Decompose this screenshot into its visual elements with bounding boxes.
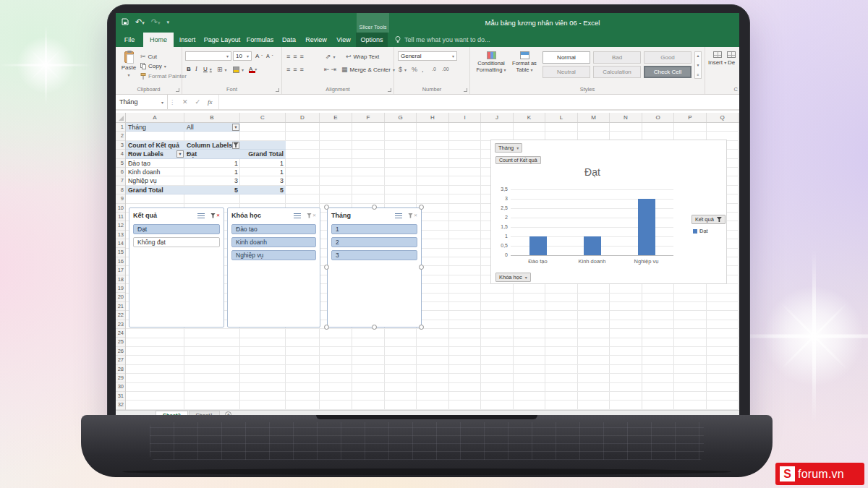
row-header-9[interactable]: 9 bbox=[116, 194, 125, 203]
slicer-item-kh-ng-t[interactable]: Không đạt bbox=[133, 237, 220, 247]
pivot-cell-r6c1[interactable]: 1 bbox=[184, 168, 240, 176]
row-header-4[interactable]: 4 bbox=[116, 150, 125, 158]
save-icon[interactable] bbox=[122, 18, 129, 27]
name-box[interactable]: Tháng▾ bbox=[116, 95, 168, 109]
selection-handle[interactable] bbox=[419, 325, 424, 330]
row-header-30[interactable]: 30 bbox=[116, 382, 125, 391]
cells-area[interactable]: ThángAll▼Count of Kết quảColumn LabelsRo… bbox=[126, 123, 739, 410]
styles-gallery-scroll[interactable]: ▲▼≡ bbox=[694, 51, 702, 79]
selection-handle[interactable] bbox=[419, 265, 424, 270]
column-header-E[interactable]: E bbox=[320, 113, 352, 122]
pivot-cell-r3c2[interactable] bbox=[240, 141, 286, 150]
orientation-button[interactable]: ⇗▾ bbox=[326, 53, 336, 60]
pivot-cell-r5c2[interactable]: 1 bbox=[240, 159, 286, 168]
row-header-5[interactable]: 5 bbox=[116, 159, 125, 168]
selection-handle[interactable] bbox=[324, 205, 329, 210]
delete-cells-button[interactable]: De bbox=[727, 51, 736, 66]
pivot-cell-r1c1[interactable]: All▼ bbox=[184, 123, 240, 132]
pivot-cell-r7c1[interactable]: 3 bbox=[184, 176, 240, 185]
decrease-decimal-button[interactable]: .00 bbox=[442, 67, 449, 72]
redo-icon[interactable]: ↷▾ bbox=[151, 17, 161, 27]
increase-decimal-button[interactable]: .0 bbox=[432, 67, 436, 72]
selection-handle[interactable] bbox=[372, 325, 377, 330]
row-header-2[interactable]: 2 bbox=[116, 132, 125, 140]
pivot-cell-r8c0[interactable]: Grand Total bbox=[126, 186, 184, 194]
align-top-icons[interactable]: ≡≡≡ bbox=[286, 53, 307, 60]
row-header-14[interactable]: 14 bbox=[116, 239, 125, 248]
pivot-cell-r6c2[interactable]: 1 bbox=[240, 168, 286, 176]
slicer-item-1[interactable]: 1 bbox=[331, 224, 417, 234]
column-header-J[interactable]: J bbox=[481, 113, 514, 122]
chart-legend-button-ketqua[interactable]: Kết quả bbox=[692, 215, 726, 224]
tab-insert[interactable]: Insert bbox=[174, 33, 201, 47]
align-bottom-icons[interactable]: ≡≡≡ bbox=[286, 66, 307, 73]
column-header-Q[interactable]: Q bbox=[707, 113, 739, 122]
enter-icon[interactable]: ✓ bbox=[195, 98, 201, 106]
row-header-8[interactable]: 8 bbox=[116, 186, 125, 194]
selection-handle[interactable] bbox=[324, 325, 329, 330]
row-header-26[interactable]: 26 bbox=[116, 347, 125, 356]
undo-icon[interactable]: ↶▾ bbox=[135, 17, 145, 27]
row-header-27[interactable]: 27 bbox=[116, 356, 125, 364]
row-header-15[interactable]: 15 bbox=[116, 248, 125, 257]
pivot-cell-r7c2[interactable]: 3 bbox=[240, 176, 286, 185]
cut-button[interactable]: ✂Cut bbox=[140, 53, 157, 60]
clear-filter-icon[interactable]: ✕ bbox=[307, 213, 316, 218]
column-header-G[interactable]: G bbox=[385, 113, 417, 122]
pivot-cell-r8c2[interactable]: 5 bbox=[240, 186, 286, 194]
clear-filter-icon[interactable]: ✕ bbox=[210, 213, 220, 218]
pivot-cell-r4c1[interactable]: Đạt bbox=[184, 150, 240, 158]
pivot-cell-r4c2[interactable]: Grand Total bbox=[240, 150, 286, 158]
format-painter-button[interactable]: Format Painter bbox=[140, 73, 187, 80]
slicer-th-ng[interactable]: Tháng✕123 bbox=[327, 207, 422, 328]
pivot-cell-r7c0[interactable]: Nghiệp vụ bbox=[126, 176, 184, 185]
currency-button[interactable]: $▾ bbox=[399, 66, 407, 73]
filter-applied-icon[interactable] bbox=[232, 142, 239, 149]
select-all-corner[interactable] bbox=[116, 113, 126, 122]
slicer-item--o-t-o[interactable]: Đào tạo bbox=[231, 224, 316, 234]
column-header-A[interactable]: A bbox=[126, 113, 184, 122]
pivot-chart[interactable]: Tháng▾Count of Kết quảĐạt00,511,522,533,… bbox=[490, 140, 727, 284]
merge-center-button[interactable]: ▦Merge & Center▾ bbox=[341, 66, 395, 73]
row-header-32[interactable]: 32 bbox=[116, 401, 125, 409]
style-chip-normal[interactable]: Normal bbox=[542, 51, 590, 64]
chart-axis-button-khoahoc[interactable]: Khóa học▾ bbox=[495, 273, 531, 282]
chart-filter-button-thang[interactable]: Tháng▾ bbox=[495, 143, 522, 153]
selection-handle[interactable] bbox=[372, 205, 377, 210]
number-dialog-launcher[interactable] bbox=[464, 88, 467, 92]
column-header-O[interactable]: O bbox=[642, 113, 674, 122]
tell-me-box[interactable]: Tell me what you want to do... bbox=[395, 33, 490, 47]
row-header-21[interactable]: 21 bbox=[116, 302, 125, 311]
chart-values-button[interactable]: Count of Kết quả bbox=[495, 156, 541, 164]
row-header-18[interactable]: 18 bbox=[116, 275, 125, 284]
column-header-L[interactable]: L bbox=[545, 113, 578, 122]
row-header-13[interactable]: 13 bbox=[116, 231, 125, 239]
paste-button[interactable]: Paste▾ bbox=[119, 51, 138, 83]
tab-review[interactable]: Review bbox=[301, 33, 331, 47]
format-as-table-button[interactable]: Format as Table ▾ bbox=[510, 51, 539, 73]
conditional-formatting-button[interactable]: Conditional Formatting ▾ bbox=[472, 51, 510, 73]
pivot-cell-r1c0[interactable]: Tháng bbox=[126, 123, 184, 132]
selection-handle[interactable] bbox=[419, 205, 424, 210]
column-header-I[interactable]: I bbox=[449, 113, 481, 122]
dropdown-icon[interactable]: ▼ bbox=[232, 124, 239, 131]
tab-file[interactable]: File bbox=[116, 33, 143, 47]
row-header-12[interactable]: 12 bbox=[116, 221, 125, 230]
pivot-cell-r5c0[interactable]: Đào tạo bbox=[126, 159, 184, 168]
font-size-combo[interactable]: 10▾ bbox=[233, 51, 252, 61]
grow-font-button[interactable]: Aˆ bbox=[255, 53, 263, 59]
column-header-N[interactable]: N bbox=[610, 113, 642, 122]
bar--o-t-o[interactable] bbox=[529, 236, 547, 255]
clipboard-dialog-launcher[interactable] bbox=[176, 88, 179, 92]
column-header-M[interactable]: M bbox=[578, 113, 610, 122]
alignment-dialog-launcher[interactable] bbox=[388, 88, 391, 92]
row-header-20[interactable]: 20 bbox=[116, 293, 125, 301]
pivot-cell-r3c1[interactable]: Column Labels bbox=[184, 141, 240, 150]
shrink-font-button[interactable]: Aˇ bbox=[266, 53, 273, 59]
selection-handle[interactable] bbox=[324, 265, 329, 270]
multi-select-icon[interactable] bbox=[197, 213, 205, 218]
tab-formulas[interactable]: Formulas bbox=[243, 33, 277, 47]
pivot-cell-r3c0[interactable]: Count of Kết quả bbox=[126, 141, 184, 150]
tab-page-layout[interactable]: Page Layout bbox=[201, 33, 243, 47]
row-header-16[interactable]: 16 bbox=[116, 257, 125, 266]
